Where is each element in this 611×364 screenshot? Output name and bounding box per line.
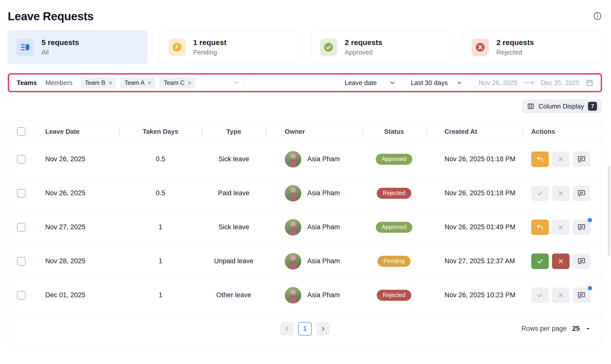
team-chip[interactable]: Team C [159, 77, 195, 88]
header-created-at[interactable]: Created At [426, 121, 522, 142]
header-status[interactable]: Status [362, 121, 426, 142]
rows-per-page-value: 25 [572, 325, 580, 332]
cell-type: Sick leave [202, 142, 266, 176]
row-checkbox[interactable] [17, 189, 26, 198]
date-preset-select[interactable]: Last 30 days [403, 75, 470, 90]
cell-taken-days: 1 [119, 278, 202, 312]
select-all-checkbox[interactable] [17, 127, 26, 136]
owner-avatar [285, 219, 301, 236]
cell-leave-date: Dec 01, 2025 [39, 278, 119, 312]
arrow-right-icon [523, 80, 535, 86]
scrollbar-thumb[interactable] [608, 166, 610, 256]
date-field-select[interactable]: Leave date [337, 75, 403, 90]
cell-created-at: Nov 26, 2025 01:18 PM [426, 176, 522, 210]
approve-button[interactable] [531, 288, 549, 303]
info-icon[interactable] [593, 12, 602, 20]
comment-button[interactable] [573, 288, 590, 303]
owner-name: Asia Pham [307, 189, 340, 197]
x-icon [558, 292, 564, 298]
table-row: Dec 01, 2025 1 Other leave Asia Pham Rej… [8, 278, 602, 312]
comment-icon [578, 155, 586, 163]
status-badge: Approved [376, 222, 412, 233]
approve-button[interactable] [531, 254, 549, 269]
tab-teams[interactable]: Teams [10, 79, 41, 87]
team-chip[interactable]: Team B [80, 77, 116, 88]
chevron-down-icon [456, 80, 462, 86]
team-chip[interactable]: Team A [120, 77, 155, 88]
reject-button[interactable] [552, 220, 570, 235]
card-approved[interactable]: 2 requests Approved [311, 30, 450, 64]
page-1-button[interactable]: 1 [298, 322, 312, 336]
columns-icon [527, 102, 534, 110]
remove-chip-icon[interactable] [188, 81, 192, 85]
date-to: Dec 25, 2025 [541, 79, 580, 87]
owner-avatar [285, 253, 301, 270]
comment-button[interactable] [573, 220, 590, 235]
table-row: Nov 26, 2025 0.5 Sick leave Asia Pham Ap… [8, 142, 602, 176]
row-checkbox[interactable] [17, 257, 26, 266]
card-rejected[interactable]: 2 requests Rejected [463, 30, 602, 64]
remove-chip-icon[interactable] [108, 81, 112, 85]
cell-taken-days: 0.5 [119, 142, 202, 176]
rejected-x-icon [472, 38, 489, 56]
date-range-input[interactable]: Nov 26, 2025 Dec 25, 2025 [470, 79, 600, 87]
reject-button[interactable] [552, 254, 570, 269]
rows-per-page-select[interactable]: Rows per page 25 [521, 325, 591, 332]
comment-button[interactable] [573, 152, 590, 167]
undo-approval-button[interactable] [531, 220, 549, 235]
card-label: Pending [193, 48, 226, 56]
reject-button[interactable] [552, 152, 570, 167]
tab-members[interactable]: Members [41, 79, 77, 87]
header-type[interactable]: Type [202, 121, 266, 142]
pagination-bar: 1 Rows per page 25 [8, 312, 602, 345]
row-checkbox[interactable] [17, 155, 26, 164]
table-row: Nov 26, 2025 0.5 Paid leave Asia Pham Re… [8, 176, 602, 210]
table-header: Leave Date Taken Days Type Owner Status … [8, 121, 602, 142]
card-count: 2 requests [345, 38, 382, 47]
reject-button[interactable] [552, 288, 570, 303]
check-icon [536, 292, 544, 299]
column-count-badge: 7 [588, 102, 597, 111]
remove-chip-icon[interactable] [148, 81, 152, 85]
chevron-down-icon [233, 80, 240, 86]
header-leave-date[interactable]: Leave Date [39, 121, 119, 142]
card-count: 5 requests [42, 38, 79, 47]
header-owner[interactable]: Owner [266, 121, 362, 142]
cell-type: Sick leave [202, 210, 266, 244]
cell-created-at: Nov 26, 2025 10:23 PM [426, 278, 522, 312]
comment-button[interactable] [573, 254, 590, 269]
cell-taken-days: 1 [119, 210, 202, 244]
row-checkbox[interactable] [17, 291, 26, 300]
prev-page-button[interactable] [280, 322, 294, 336]
calendar-icon [586, 79, 594, 87]
owner-avatar [285, 185, 301, 202]
teams-multiselect[interactable]: Team B Team A Team C [78, 75, 244, 90]
approve-button[interactable] [531, 186, 549, 201]
team-chip-label: Team C [164, 79, 184, 86]
undo-approval-button[interactable] [531, 152, 549, 167]
header-taken-days[interactable]: Taken Days [119, 121, 202, 142]
owner-name: Asia Pham [307, 223, 340, 231]
card-all[interactable]: 5 requests All [8, 30, 147, 64]
next-page-button[interactable] [316, 322, 330, 336]
card-pending[interactable]: 1 request Pending [160, 30, 299, 64]
header-actions: Actions [522, 121, 602, 142]
reject-button[interactable] [552, 186, 570, 201]
page-header: Leave Requests [8, 10, 602, 24]
card-count: 1 request [193, 38, 226, 47]
summary-cards: 5 requests All 1 request Pending [8, 30, 602, 64]
unread-comment-dot [588, 286, 592, 290]
leave-requests-table: Leave Date Taken Days Type Owner Status … [8, 121, 602, 345]
x-icon [558, 224, 564, 230]
cell-created-at: Nov 27, 2025 12:37 AM [426, 244, 522, 278]
column-display-button[interactable]: Column Display 7 [522, 99, 602, 113]
column-display-label: Column Display [538, 102, 584, 110]
x-icon [558, 190, 564, 196]
cell-type: Paid leave [202, 176, 266, 210]
comment-button[interactable] [573, 186, 590, 201]
status-badge: Pending [378, 256, 410, 267]
cell-created-at: Nov 26, 2025 01:18 PM [426, 142, 522, 176]
owner-avatar [285, 151, 301, 168]
date-from: Nov 26, 2025 [479, 79, 518, 87]
row-checkbox[interactable] [17, 223, 26, 232]
